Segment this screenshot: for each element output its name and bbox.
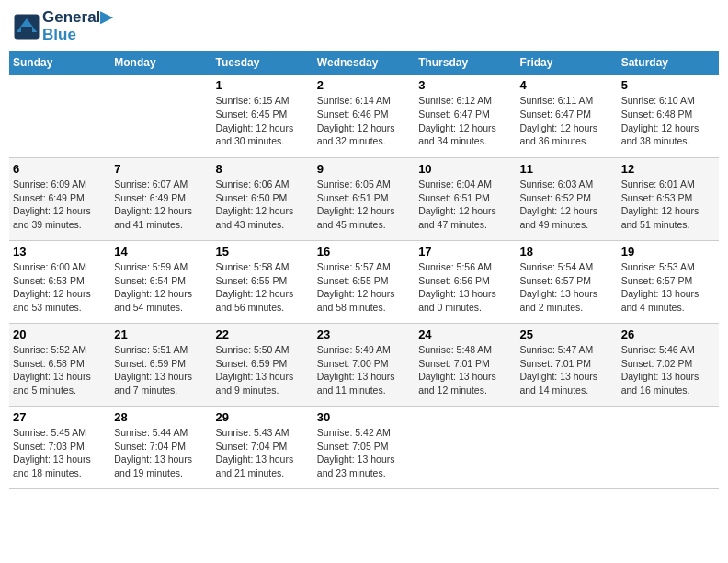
day-number: 11 xyxy=(519,162,613,176)
weekday-header-saturday: Saturday xyxy=(618,51,719,75)
calendar-cell: 24Sunrise: 5:48 AM Sunset: 7:01 PM Dayli… xyxy=(415,323,516,406)
day-info: Sunrise: 5:44 AM Sunset: 7:04 PM Dayligh… xyxy=(114,426,208,480)
day-info: Sunrise: 6:12 AM Sunset: 6:47 PM Dayligh… xyxy=(418,94,512,148)
calendar-cell: 23Sunrise: 5:49 AM Sunset: 7:00 PM Dayli… xyxy=(313,323,415,406)
calendar-cell: 18Sunrise: 5:54 AM Sunset: 6:57 PM Dayli… xyxy=(516,240,617,323)
day-info: Sunrise: 5:42 AM Sunset: 7:05 PM Dayligh… xyxy=(317,426,411,480)
week-row-5: 27Sunrise: 5:45 AM Sunset: 7:03 PM Dayli… xyxy=(9,406,719,488)
calendar-cell xyxy=(415,406,516,488)
day-info: Sunrise: 5:53 AM Sunset: 6:57 PM Dayligh… xyxy=(621,260,715,315)
day-number: 27 xyxy=(13,410,107,424)
calendar-cell: 4Sunrise: 6:11 AM Sunset: 6:47 PM Daylig… xyxy=(516,75,617,157)
day-number: 10 xyxy=(418,162,512,176)
calendar-cell: 7Sunrise: 6:07 AM Sunset: 6:49 PM Daylig… xyxy=(110,157,211,240)
day-number: 15 xyxy=(216,245,310,259)
day-info: Sunrise: 5:59 AM Sunset: 6:54 PM Dayligh… xyxy=(114,260,208,315)
header: General▶ Blue xyxy=(9,9,719,43)
svg-rect-2 xyxy=(21,27,32,34)
calendar-cell: 10Sunrise: 6:04 AM Sunset: 6:51 PM Dayli… xyxy=(415,157,516,240)
day-number: 16 xyxy=(317,245,411,259)
day-info: Sunrise: 6:05 AM Sunset: 6:51 PM Dayligh… xyxy=(317,178,411,232)
day-number: 14 xyxy=(114,245,208,259)
day-info: Sunrise: 5:52 AM Sunset: 6:58 PM Dayligh… xyxy=(13,343,107,397)
day-info: Sunrise: 5:45 AM Sunset: 7:03 PM Dayligh… xyxy=(13,426,107,480)
weekday-header-wednesday: Wednesday xyxy=(313,51,415,75)
weekday-header-thursday: Thursday xyxy=(415,51,516,75)
week-row-2: 6Sunrise: 6:09 AM Sunset: 6:49 PM Daylig… xyxy=(9,157,719,240)
day-info: Sunrise: 5:58 AM Sunset: 6:55 PM Dayligh… xyxy=(216,260,310,315)
calendar-cell: 14Sunrise: 5:59 AM Sunset: 6:54 PM Dayli… xyxy=(110,240,211,323)
day-info: Sunrise: 6:14 AM Sunset: 6:46 PM Dayligh… xyxy=(317,94,411,148)
day-info: Sunrise: 5:46 AM Sunset: 7:02 PM Dayligh… xyxy=(621,343,715,397)
calendar-cell: 27Sunrise: 5:45 AM Sunset: 7:03 PM Dayli… xyxy=(9,406,110,488)
day-info: Sunrise: 6:04 AM Sunset: 6:51 PM Dayligh… xyxy=(418,178,512,232)
day-number: 20 xyxy=(13,327,107,341)
day-number: 13 xyxy=(13,245,107,259)
day-number: 8 xyxy=(216,162,310,176)
day-number: 21 xyxy=(114,327,208,341)
day-info: Sunrise: 5:56 AM Sunset: 6:56 PM Dayligh… xyxy=(418,260,512,315)
calendar-cell: 8Sunrise: 6:06 AM Sunset: 6:50 PM Daylig… xyxy=(212,157,313,240)
day-number: 7 xyxy=(114,162,208,176)
day-info: Sunrise: 5:48 AM Sunset: 7:01 PM Dayligh… xyxy=(418,343,512,397)
day-info: Sunrise: 6:09 AM Sunset: 6:49 PM Dayligh… xyxy=(13,178,107,232)
logo-icon xyxy=(13,13,40,40)
weekday-header-monday: Monday xyxy=(110,51,211,75)
calendar-cell: 6Sunrise: 6:09 AM Sunset: 6:49 PM Daylig… xyxy=(9,157,110,240)
day-number: 24 xyxy=(418,327,512,341)
calendar-cell xyxy=(9,75,110,157)
day-info: Sunrise: 6:11 AM Sunset: 6:47 PM Dayligh… xyxy=(519,94,613,148)
day-number: 22 xyxy=(216,327,310,341)
calendar-cell: 20Sunrise: 5:52 AM Sunset: 6:58 PM Dayli… xyxy=(9,323,110,406)
day-number: 9 xyxy=(317,162,411,176)
day-number: 4 xyxy=(519,78,613,92)
day-number: 5 xyxy=(621,78,715,92)
calendar-cell: 11Sunrise: 6:03 AM Sunset: 6:52 PM Dayli… xyxy=(516,157,617,240)
day-number: 18 xyxy=(519,245,613,259)
day-info: Sunrise: 6:00 AM Sunset: 6:53 PM Dayligh… xyxy=(13,260,107,315)
calendar-cell: 16Sunrise: 5:57 AM Sunset: 6:55 PM Dayli… xyxy=(313,240,415,323)
day-number: 19 xyxy=(621,245,715,259)
calendar-cell: 9Sunrise: 6:05 AM Sunset: 6:51 PM Daylig… xyxy=(313,157,415,240)
calendar-cell: 12Sunrise: 6:01 AM Sunset: 6:53 PM Dayli… xyxy=(618,157,719,240)
day-info: Sunrise: 5:54 AM Sunset: 6:57 PM Dayligh… xyxy=(519,260,613,315)
calendar-cell: 28Sunrise: 5:44 AM Sunset: 7:04 PM Dayli… xyxy=(110,406,211,488)
calendar-cell xyxy=(516,406,617,488)
day-number: 3 xyxy=(418,78,512,92)
day-info: Sunrise: 6:15 AM Sunset: 6:45 PM Dayligh… xyxy=(216,94,310,148)
day-number: 2 xyxy=(317,78,411,92)
day-info: Sunrise: 5:49 AM Sunset: 7:00 PM Dayligh… xyxy=(317,343,411,397)
weekday-header-tuesday: Tuesday xyxy=(212,51,313,75)
calendar-cell xyxy=(110,75,211,157)
calendar-cell: 19Sunrise: 5:53 AM Sunset: 6:57 PM Dayli… xyxy=(618,240,719,323)
day-info: Sunrise: 5:43 AM Sunset: 7:04 PM Dayligh… xyxy=(216,426,310,480)
calendar-cell: 5Sunrise: 6:10 AM Sunset: 6:48 PM Daylig… xyxy=(618,75,719,157)
weekday-header-friday: Friday xyxy=(516,51,617,75)
day-number: 17 xyxy=(418,245,512,259)
calendar-cell: 15Sunrise: 5:58 AM Sunset: 6:55 PM Dayli… xyxy=(212,240,313,323)
day-info: Sunrise: 6:03 AM Sunset: 6:52 PM Dayligh… xyxy=(519,178,613,232)
week-row-4: 20Sunrise: 5:52 AM Sunset: 6:58 PM Dayli… xyxy=(9,323,719,406)
calendar-cell: 29Sunrise: 5:43 AM Sunset: 7:04 PM Dayli… xyxy=(212,406,313,488)
calendar-cell: 22Sunrise: 5:50 AM Sunset: 6:59 PM Dayli… xyxy=(212,323,313,406)
day-number: 30 xyxy=(317,410,411,424)
week-row-1: 1Sunrise: 6:15 AM Sunset: 6:45 PM Daylig… xyxy=(9,75,719,157)
calendar-cell: 21Sunrise: 5:51 AM Sunset: 6:59 PM Dayli… xyxy=(110,323,211,406)
day-number: 28 xyxy=(114,410,208,424)
calendar-cell: 30Sunrise: 5:42 AM Sunset: 7:05 PM Dayli… xyxy=(313,406,415,488)
day-info: Sunrise: 6:06 AM Sunset: 6:50 PM Dayligh… xyxy=(216,178,310,232)
day-number: 12 xyxy=(621,162,715,176)
calendar-cell: 3Sunrise: 6:12 AM Sunset: 6:47 PM Daylig… xyxy=(415,75,516,157)
calendar-cell: 2Sunrise: 6:14 AM Sunset: 6:46 PM Daylig… xyxy=(313,75,415,157)
day-info: Sunrise: 5:50 AM Sunset: 6:59 PM Dayligh… xyxy=(216,343,310,397)
day-info: Sunrise: 5:57 AM Sunset: 6:55 PM Dayligh… xyxy=(317,260,411,315)
calendar-cell: 13Sunrise: 6:00 AM Sunset: 6:53 PM Dayli… xyxy=(9,240,110,323)
day-info: Sunrise: 6:10 AM Sunset: 6:48 PM Dayligh… xyxy=(621,94,715,148)
calendar-cell: 1Sunrise: 6:15 AM Sunset: 6:45 PM Daylig… xyxy=(212,75,313,157)
calendar-cell xyxy=(618,406,719,488)
day-number: 23 xyxy=(317,327,411,341)
day-number: 29 xyxy=(216,410,310,424)
logo: General▶ Blue xyxy=(13,9,112,43)
calendar-cell: 26Sunrise: 5:46 AM Sunset: 7:02 PM Dayli… xyxy=(618,323,719,406)
day-info: Sunrise: 5:47 AM Sunset: 7:01 PM Dayligh… xyxy=(519,343,613,397)
